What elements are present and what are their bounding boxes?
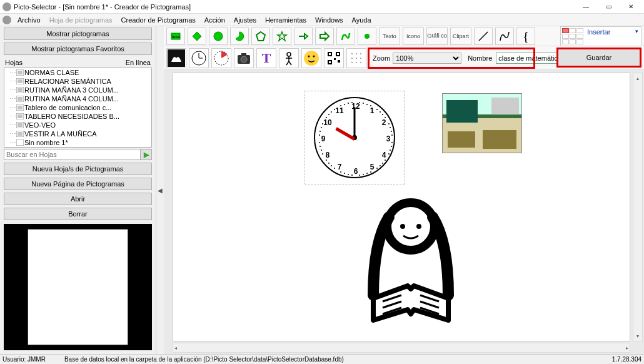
dot-tool-icon[interactable] bbox=[358, 28, 376, 45]
menu-hoja[interactable]: Hoja de pictogramas bbox=[46, 15, 116, 25]
search-go-button[interactable]: ▶ bbox=[141, 149, 152, 160]
nombre-label: Nombre bbox=[468, 54, 492, 62]
list-item[interactable]: ⋯Sin nombre 1* bbox=[4, 138, 151, 147]
curve-tool-icon[interactable] bbox=[336, 28, 355, 45]
icono-tool[interactable]: Icono bbox=[403, 28, 424, 45]
vertical-scrollbar[interactable]: ▴ ▾ bbox=[633, 73, 643, 341]
clock-pictogram[interactable]: 123456789101112 bbox=[304, 91, 405, 185]
person-icon[interactable] bbox=[279, 48, 299, 68]
list-item[interactable]: ⋯RELACIONAR SEMÁNTICA bbox=[4, 77, 151, 86]
svg-point-63 bbox=[360, 53, 361, 54]
list-item[interactable]: ⋯VESTIR A LA MUÑECA bbox=[4, 129, 151, 138]
menu-accion[interactable]: Acción bbox=[201, 15, 229, 25]
list-item[interactable]: ⋯NORMAS CLASE bbox=[4, 68, 151, 77]
grid-dots-icon[interactable] bbox=[346, 48, 366, 68]
borrar-button[interactable]: Borrar bbox=[4, 208, 152, 220]
list-item[interactable]: ⋯TABLERO NECESIDADES B... bbox=[4, 112, 151, 121]
bezier-tool-icon[interactable] bbox=[495, 28, 514, 45]
en-linea-label: En línea bbox=[126, 59, 151, 66]
minimize-button[interactable]: — bbox=[575, 1, 596, 13]
qr-icon[interactable] bbox=[324, 48, 344, 68]
svg-point-72 bbox=[416, 224, 421, 229]
scroll-left-icon[interactable]: ◂ bbox=[174, 345, 177, 351]
nueva-hojas-button[interactable]: Nueva Hoja/s de Pictogramas bbox=[4, 163, 152, 175]
clipart-tool[interactable]: Clipart bbox=[450, 28, 471, 45]
svg-point-36 bbox=[214, 32, 223, 41]
menu-herramientas[interactable]: Herramientas bbox=[261, 15, 310, 25]
clock-icon[interactable] bbox=[189, 48, 209, 68]
chevron-down-icon: ▾ bbox=[635, 28, 638, 34]
svg-marker-37 bbox=[256, 32, 265, 41]
smiley-icon[interactable] bbox=[301, 48, 321, 68]
scroll-right-icon[interactable]: ▸ bbox=[626, 345, 628, 351]
svg-point-71 bbox=[400, 224, 405, 229]
horizontal-scrollbar[interactable]: ◂ ▸ bbox=[173, 343, 630, 353]
hojas-label: Hojas bbox=[5, 59, 23, 66]
zoom-select[interactable]: 100% bbox=[393, 53, 461, 64]
left-panel: Mostrar pictogramas Mostrar pictogramas … bbox=[0, 26, 156, 354]
canvas[interactable]: 123456789101112 bbox=[173, 73, 630, 341]
maximize-button[interactable]: ▭ bbox=[598, 1, 619, 13]
svg-point-61 bbox=[351, 53, 353, 54]
menu-ajustes[interactable]: Ajustes bbox=[230, 15, 260, 25]
pentagon-tool-icon[interactable] bbox=[251, 28, 270, 45]
hands-icon[interactable] bbox=[166, 48, 186, 68]
arrow-thick-tool-icon[interactable] bbox=[315, 28, 334, 45]
star-tool-icon[interactable] bbox=[273, 28, 291, 45]
app-icon bbox=[3, 16, 11, 24]
abrir-button[interactable]: Abrir bbox=[4, 193, 152, 205]
svg-point-49 bbox=[287, 53, 291, 56]
menu-bar: Archivo Hoja de pictogramas Creador de P… bbox=[0, 14, 644, 26]
grafico-tool[interactable]: Gráfi co bbox=[426, 28, 448, 45]
editor-area: Texto Texto Icono Gráfi co Clipart { bbox=[164, 26, 644, 354]
list-item[interactable]: ⋯RUTINA MAÑANA 3 COLUM... bbox=[4, 86, 151, 94]
nueva-pagina-button[interactable]: Nueva Página de Pictogramas bbox=[4, 178, 152, 190]
svg-point-39 bbox=[365, 34, 370, 39]
pie-tool-icon[interactable] bbox=[230, 28, 249, 45]
brace-tool-icon[interactable]: { bbox=[516, 28, 535, 45]
menu-archivo[interactable]: Archivo bbox=[14, 15, 44, 25]
camera-icon[interactable] bbox=[234, 48, 254, 68]
circle-tool-icon[interactable] bbox=[209, 28, 228, 45]
scroll-up-icon[interactable]: ▴ bbox=[633, 73, 642, 83]
svg-point-66 bbox=[360, 58, 361, 59]
texto-tool[interactable]: Texto bbox=[379, 28, 400, 45]
mostrar-pictogramas-button[interactable]: Mostrar pictogramas bbox=[4, 28, 152, 40]
menu-ayuda[interactable]: Ayuda bbox=[348, 15, 375, 25]
diamond-tool-icon[interactable] bbox=[188, 28, 206, 45]
menu-windows[interactable]: Windows bbox=[311, 15, 347, 25]
panel-toggle[interactable]: ◀ bbox=[156, 26, 164, 354]
sheets-tree[interactable]: ⋯NORMAS CLASE ⋯RELACIONAR SEMÁNTICA ⋯RUT… bbox=[4, 68, 152, 148]
student-reading-pictogram[interactable] bbox=[336, 192, 486, 342]
timer-icon[interactable] bbox=[211, 48, 231, 68]
line-tool-icon[interactable] bbox=[474, 28, 493, 45]
svg-point-67 bbox=[351, 62, 353, 63]
shape-toolbar: Texto Texto Icono Gráfi co Clipart { bbox=[164, 26, 644, 46]
classroom-photo[interactable] bbox=[442, 93, 522, 153]
svg-point-50 bbox=[304, 51, 319, 66]
window-title: Picto-Selector - [Sin nombre 1* - Creado… bbox=[14, 3, 575, 11]
search-input[interactable] bbox=[4, 149, 141, 160]
preview-page bbox=[28, 229, 128, 345]
rect-tool-icon[interactable]: Texto bbox=[166, 28, 185, 45]
list-item[interactable]: ⋯Tablero de comunicacion c... bbox=[4, 103, 151, 112]
svg-rect-48 bbox=[241, 53, 246, 56]
list-item[interactable]: ⋯RUTINA MAÑANA 4 COLUM... bbox=[4, 94, 151, 103]
guardar-button[interactable]: Guardar bbox=[556, 48, 641, 68]
menu-creador[interactable]: Creador de Pictogramas bbox=[118, 15, 199, 25]
svg-point-51 bbox=[308, 55, 310, 57]
grid-icon bbox=[561, 27, 585, 46]
mostrar-favoritos-button[interactable]: Mostrar pictogramas Favoritos bbox=[4, 43, 152, 55]
svg-point-70 bbox=[387, 203, 435, 250]
text-t-icon[interactable]: T bbox=[256, 48, 276, 68]
list-item[interactable]: ⋯VEO-VEO bbox=[4, 121, 151, 129]
svg-rect-56 bbox=[329, 53, 331, 55]
insert-dropdown[interactable]: Insertar▾ bbox=[560, 26, 641, 46]
page-preview bbox=[4, 224, 152, 350]
zoom-label: Zoom bbox=[373, 54, 390, 62]
arrow-right-tool-icon[interactable] bbox=[294, 28, 313, 45]
close-button[interactable]: ✕ bbox=[620, 1, 641, 13]
scroll-down-icon[interactable]: ▾ bbox=[633, 331, 642, 341]
svg-rect-32 bbox=[16, 139, 24, 146]
svg-rect-58 bbox=[329, 61, 331, 63]
